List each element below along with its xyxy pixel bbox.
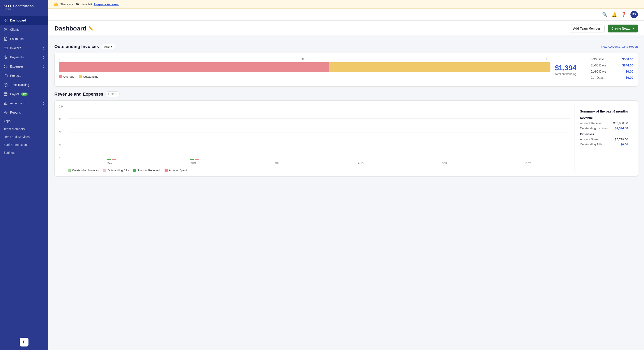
sidebar-nav: Dashboard Clients Estimates Invoices ❯ — [0, 14, 48, 334]
amount-spent-value: $5,799.00 — [615, 138, 628, 141]
currency-selector-invoices[interactable]: USD ▾ — [101, 44, 115, 49]
payments-chevron-icon: ❯ — [43, 56, 45, 59]
sidebar-label-apps: Apps — [4, 119, 10, 123]
create-new-label: Create New... — [612, 27, 631, 30]
x-label-may: MAY — [103, 162, 116, 165]
sidebar-item-estimates[interactable]: Estimates — [0, 34, 48, 44]
help-icon[interactable]: ❓ — [621, 12, 626, 17]
user-avatar[interactable]: ES — [630, 11, 638, 18]
legend-amount-spent-box — [164, 169, 168, 172]
company-name: KELS Construction — [4, 4, 34, 8]
x-label-jul: JUL — [270, 162, 284, 165]
sidebar-label-projects: Projects — [10, 74, 21, 77]
payroll-new-badge: NEW — [21, 93, 28, 96]
create-new-button[interactable]: Create New... ▾ — [608, 25, 638, 33]
aging-label-61-90: 61-90 Days — [590, 70, 606, 73]
sidebar-item-clients[interactable]: Clients — [0, 25, 48, 34]
sidebar-label-clients: Clients — [10, 28, 20, 31]
view-accounts-aging-report-link[interactable]: View Accounts Aging Report — [601, 45, 638, 48]
sidebar-item-team-members[interactable]: Team Members — [0, 125, 48, 133]
sidebar-item-time-tracking[interactable]: Time Tracking — [0, 80, 48, 90]
notification-bell-icon[interactable]: 🔔 — [612, 12, 617, 17]
bar-legend: Overdue Outstanding — [59, 75, 550, 78]
sidebar-item-expenses[interactable]: Expenses ❯ — [0, 62, 48, 71]
sidebar-label-estimates: Estimates — [10, 37, 24, 41]
currency-selector-revenue[interactable]: USD ▾ — [106, 92, 120, 97]
dashboard-header: Dashboard ✏️ Add Team Member Create New.… — [48, 21, 644, 35]
svg-rect-8 — [4, 47, 8, 49]
outstanding-invoices-row: Outstanding Invoices $1,394.00 — [580, 127, 628, 130]
y-label-9k: 9k — [59, 118, 67, 121]
aging-row-61-90: 61-90 Days $0.00 — [590, 70, 633, 73]
svg-rect-0 — [4, 19, 5, 20]
amount-received-row: Amount Received $30,856.00 — [580, 122, 628, 125]
aging-row-91-plus: 91+ Days $0.00 — [590, 76, 633, 79]
sidebar-item-payments[interactable]: Payments ❯ — [0, 53, 48, 62]
page-content: Dashboard ✏️ Add Team Member Create New.… — [48, 21, 644, 350]
add-team-member-button[interactable]: Add Team Member — [569, 25, 604, 33]
expenses-section-title: Expenses — [580, 132, 628, 136]
sidebar-item-projects[interactable]: Projects — [0, 71, 48, 80]
sidebar-label-team-members: Team Members — [4, 127, 24, 131]
sidebar-label-accounting: Accounting — [10, 102, 25, 105]
sidebar-item-settings[interactable]: Settings — [0, 149, 48, 157]
outstanding-invoices-summary-value: $1,394.00 — [615, 127, 628, 130]
total-label: total outstanding — [556, 72, 576, 76]
section-divider — [48, 40, 644, 40]
expenses-chevron-icon: ❯ — [43, 65, 45, 68]
company-chevron-icon[interactable]: ⌄ — [42, 6, 45, 9]
header-bar: 🔍 🔔 ❓ ES — [48, 9, 644, 21]
may-spent-bar — [112, 159, 116, 160]
svg-rect-3 — [6, 21, 7, 22]
crown-icon: 👑 — [54, 2, 58, 7]
legend-outstanding-bills-box — [103, 169, 106, 172]
invoice-total: $1,394 total outstanding — [555, 58, 581, 82]
outstanding-bills-row: Outstanding Bills $0.00 — [580, 143, 628, 146]
svg-point-4 — [4, 28, 6, 29]
reports-icon — [4, 110, 8, 115]
edit-dashboard-icon[interactable]: ✏️ — [88, 26, 93, 31]
sidebar-label-expenses: Expenses — [10, 65, 24, 68]
sidebar-item-bank-connections[interactable]: Bank Connections — [0, 141, 48, 149]
sidebar-item-items-services[interactable]: Items and Services — [0, 133, 48, 141]
sidebar-header[interactable]: KELS Construction Owner ⌄ — [0, 0, 48, 14]
accounting-chevron-icon: ❯ — [43, 102, 45, 105]
sidebar-item-payroll[interactable]: Payroll NEW — [0, 90, 48, 99]
invoice-bar — [59, 62, 550, 72]
svg-rect-1 — [6, 19, 7, 20]
bar-scale: 0 500 1k — [59, 58, 550, 61]
upgrade-banner: 👑 There are 30 days left Upgrade Account — [48, 0, 644, 9]
outstanding-invoices-title: Outstanding Invoices — [54, 44, 99, 49]
sidebar-item-invoices[interactable]: Invoices ❯ — [0, 44, 48, 53]
company-info: KELS Construction Owner — [4, 4, 34, 11]
jun-outstanding-bill-bar — [195, 159, 199, 160]
currency-chevron-icon: ▾ — [111, 45, 112, 48]
search-icon[interactable]: 🔍 — [602, 12, 608, 17]
sidebar-label-dashboard: Dashboard — [10, 19, 26, 22]
legend-amount-received-box — [133, 169, 136, 172]
legend-outstanding-bills-label: Outstanding Bills — [107, 169, 129, 172]
sidebar-item-apps[interactable]: Apps — [0, 117, 48, 125]
month-jun — [190, 159, 199, 160]
aging-value-0-30: $550.00 — [622, 58, 633, 61]
revenue-expenses-title: Revenue and Expenses — [54, 92, 103, 97]
total-amount: $1,394 — [555, 64, 576, 72]
overdue-dot — [59, 75, 62, 78]
chart-inner — [68, 105, 570, 160]
expenses-icon — [4, 64, 8, 69]
overdue-bar — [59, 62, 329, 72]
sidebar-item-dashboard[interactable]: Dashboard — [0, 16, 48, 25]
aging-label-0-30: 0-30 Days — [590, 58, 604, 61]
sidebar-item-reports[interactable]: Reports — [0, 108, 48, 117]
upgrade-link[interactable]: Upgrade Account — [94, 3, 119, 6]
estimates-icon — [4, 37, 8, 41]
revenue-title-row: Revenue and Expenses USD ▾ — [54, 92, 120, 97]
may-received-bar — [107, 159, 111, 160]
x-label-sep: SEP — [438, 162, 451, 165]
sidebar-item-accounting[interactable]: Accounting ❯ — [0, 99, 48, 108]
x-label-aug: AUG — [354, 162, 367, 165]
revenue-section-title: Revenue — [580, 116, 628, 120]
aging-value-31-60: $844.00 — [622, 64, 633, 67]
y-label-0: 0 — [59, 157, 67, 160]
outstanding-invoices-header: Outstanding Invoices USD ▾ View Accounts… — [54, 44, 638, 49]
